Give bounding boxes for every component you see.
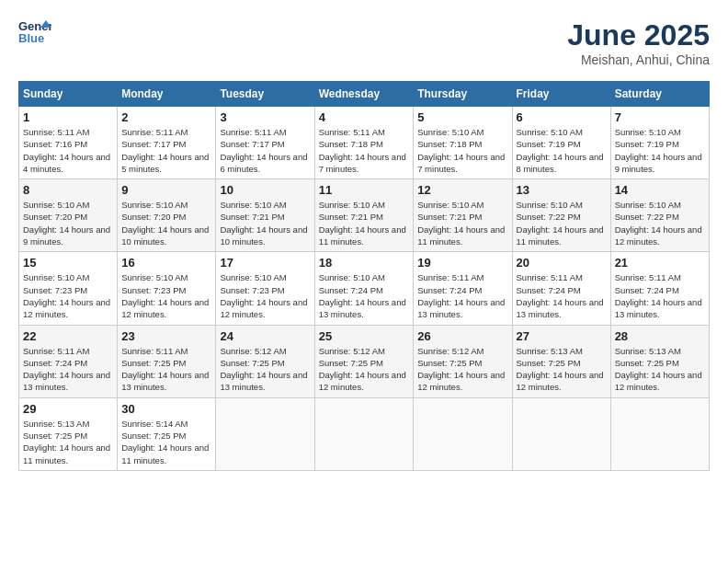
day-cell-1: 1 Sunrise: 5:11 AM Sunset: 7:16 PM Dayli…	[19, 107, 118, 179]
day-cell-15: 15 Sunrise: 5:10 AM Sunset: 7:23 PM Dayl…	[19, 252, 118, 325]
empty-cell	[414, 397, 512, 470]
day-info: Sunrise: 5:10 AM Sunset: 7:22 PM Dayligh…	[517, 199, 607, 247]
day-number: 18	[319, 256, 410, 270]
day-number: 14	[615, 183, 705, 197]
day-cell-16: 16 Sunrise: 5:10 AM Sunset: 7:23 PM Dayl…	[118, 252, 216, 325]
col-saturday: Saturday	[610, 82, 709, 107]
day-number: 21	[615, 256, 705, 270]
day-info: Sunrise: 5:11 AM Sunset: 7:24 PM Dayligh…	[615, 271, 705, 320]
day-cell-6: 6 Sunrise: 5:10 AM Sunset: 7:19 PM Dayli…	[512, 107, 610, 179]
day-info: Sunrise: 5:11 AM Sunset: 7:18 PM Dayligh…	[319, 126, 410, 175]
day-cell-18: 18 Sunrise: 5:10 AM Sunset: 7:24 PM Dayl…	[314, 252, 414, 325]
header-row: Sunday Monday Tuesday Wednesday Thursday…	[19, 82, 710, 107]
day-cell-26: 26 Sunrise: 5:12 AM Sunset: 7:25 PM Dayl…	[414, 325, 512, 397]
day-info: Sunrise: 5:12 AM Sunset: 7:25 PM Dayligh…	[319, 345, 410, 394]
day-cell-28: 28 Sunrise: 5:13 AM Sunset: 7:25 PM Dayl…	[610, 325, 709, 397]
day-number: 6	[517, 110, 607, 124]
day-info: Sunrise: 5:10 AM Sunset: 7:20 PM Dayligh…	[23, 199, 113, 247]
day-cell-4: 4 Sunrise: 5:11 AM Sunset: 7:18 PM Dayli…	[314, 107, 414, 179]
day-cell-3: 3 Sunrise: 5:11 AM Sunset: 7:17 PM Dayli…	[216, 107, 314, 179]
day-number: 7	[615, 110, 705, 124]
col-wednesday: Wednesday	[314, 82, 414, 107]
week-row-3: 15 Sunrise: 5:10 AM Sunset: 7:23 PM Dayl…	[19, 252, 710, 325]
day-info: Sunrise: 5:10 AM Sunset: 7:19 PM Dayligh…	[517, 126, 607, 175]
day-info: Sunrise: 5:10 AM Sunset: 7:21 PM Dayligh…	[220, 199, 310, 247]
day-cell-5: 5 Sunrise: 5:10 AM Sunset: 7:18 PM Dayli…	[414, 107, 512, 179]
day-info: Sunrise: 5:10 AM Sunset: 7:23 PM Dayligh…	[23, 271, 113, 320]
week-row-4: 22 Sunrise: 5:11 AM Sunset: 7:24 PM Dayl…	[19, 325, 710, 397]
day-cell-14: 14 Sunrise: 5:10 AM Sunset: 7:22 PM Dayl…	[610, 179, 709, 252]
day-info: Sunrise: 5:10 AM Sunset: 7:24 PM Dayligh…	[319, 271, 410, 320]
day-info: Sunrise: 5:11 AM Sunset: 7:24 PM Dayligh…	[517, 271, 607, 320]
day-number: 2	[121, 110, 211, 124]
calendar-table: Sunday Monday Tuesday Wednesday Thursday…	[18, 81, 710, 471]
day-info: Sunrise: 5:10 AM Sunset: 7:23 PM Dayligh…	[121, 271, 211, 320]
calendar-title: June 2025	[567, 18, 710, 52]
day-cell-25: 25 Sunrise: 5:12 AM Sunset: 7:25 PM Dayl…	[314, 325, 414, 397]
day-info: Sunrise: 5:10 AM Sunset: 7:22 PM Dayligh…	[615, 199, 705, 247]
day-cell-24: 24 Sunrise: 5:12 AM Sunset: 7:25 PM Dayl…	[216, 325, 314, 397]
day-cell-2: 2 Sunrise: 5:11 AM Sunset: 7:17 PM Dayli…	[118, 107, 216, 179]
day-cell-23: 23 Sunrise: 5:11 AM Sunset: 7:25 PM Dayl…	[118, 325, 216, 397]
day-info: Sunrise: 5:10 AM Sunset: 7:18 PM Dayligh…	[417, 126, 507, 175]
day-number: 10	[220, 183, 310, 197]
day-info: Sunrise: 5:14 AM Sunset: 7:25 PM Dayligh…	[121, 418, 211, 466]
day-info: Sunrise: 5:12 AM Sunset: 7:25 PM Dayligh…	[417, 345, 507, 394]
day-number: 15	[23, 256, 113, 270]
empty-cell	[610, 397, 709, 470]
day-number: 19	[417, 256, 507, 270]
day-cell-30: 30 Sunrise: 5:14 AM Sunset: 7:25 PM Dayl…	[118, 397, 216, 470]
day-cell-17: 17 Sunrise: 5:10 AM Sunset: 7:23 PM Dayl…	[216, 252, 314, 325]
day-number: 30	[121, 402, 211, 416]
logo-icon: General Blue	[18, 18, 51, 44]
col-monday: Monday	[118, 82, 216, 107]
day-cell-27: 27 Sunrise: 5:13 AM Sunset: 7:25 PM Dayl…	[512, 325, 610, 397]
day-cell-10: 10 Sunrise: 5:10 AM Sunset: 7:21 PM Dayl…	[216, 179, 314, 252]
day-number: 25	[319, 329, 410, 343]
day-info: Sunrise: 5:11 AM Sunset: 7:25 PM Dayligh…	[121, 345, 211, 394]
day-number: 29	[23, 402, 113, 416]
day-info: Sunrise: 5:11 AM Sunset: 7:17 PM Dayligh…	[220, 126, 310, 175]
day-number: 8	[23, 183, 113, 197]
week-row-2: 8 Sunrise: 5:10 AM Sunset: 7:20 PM Dayli…	[19, 179, 710, 252]
header: General Blue June 2025 Meishan, Anhui, C…	[18, 18, 710, 67]
day-number: 22	[23, 329, 113, 343]
day-number: 28	[615, 329, 705, 343]
calendar-subtitle: Meishan, Anhui, China	[567, 52, 710, 67]
day-cell-22: 22 Sunrise: 5:11 AM Sunset: 7:24 PM Dayl…	[19, 325, 118, 397]
day-info: Sunrise: 5:13 AM Sunset: 7:25 PM Dayligh…	[517, 345, 607, 394]
week-row-1: 1 Sunrise: 5:11 AM Sunset: 7:16 PM Dayli…	[19, 107, 710, 179]
day-number: 5	[417, 110, 507, 124]
day-info: Sunrise: 5:11 AM Sunset: 7:24 PM Dayligh…	[23, 345, 113, 394]
day-cell-7: 7 Sunrise: 5:10 AM Sunset: 7:19 PM Dayli…	[610, 107, 709, 179]
day-cell-20: 20 Sunrise: 5:11 AM Sunset: 7:24 PM Dayl…	[512, 252, 610, 325]
day-number: 16	[121, 256, 211, 270]
day-info: Sunrise: 5:12 AM Sunset: 7:25 PM Dayligh…	[220, 345, 310, 394]
day-number: 23	[121, 329, 211, 343]
day-info: Sunrise: 5:11 AM Sunset: 7:24 PM Dayligh…	[417, 271, 507, 320]
day-cell-8: 8 Sunrise: 5:10 AM Sunset: 7:20 PM Dayli…	[19, 179, 118, 252]
day-info: Sunrise: 5:10 AM Sunset: 7:20 PM Dayligh…	[121, 199, 211, 247]
day-number: 26	[417, 329, 507, 343]
day-info: Sunrise: 5:10 AM Sunset: 7:21 PM Dayligh…	[319, 199, 410, 247]
day-info: Sunrise: 5:10 AM Sunset: 7:23 PM Dayligh…	[220, 271, 310, 320]
title-area: June 2025 Meishan, Anhui, China	[567, 18, 710, 67]
day-cell-19: 19 Sunrise: 5:11 AM Sunset: 7:24 PM Dayl…	[414, 252, 512, 325]
day-cell-29: 29 Sunrise: 5:13 AM Sunset: 7:25 PM Dayl…	[19, 397, 118, 470]
day-cell-9: 9 Sunrise: 5:10 AM Sunset: 7:20 PM Dayli…	[118, 179, 216, 252]
day-info: Sunrise: 5:10 AM Sunset: 7:21 PM Dayligh…	[417, 199, 507, 247]
day-info: Sunrise: 5:11 AM Sunset: 7:16 PM Dayligh…	[23, 126, 113, 175]
empty-cell	[216, 397, 314, 470]
day-cell-13: 13 Sunrise: 5:10 AM Sunset: 7:22 PM Dayl…	[512, 179, 610, 252]
col-sunday: Sunday	[19, 82, 118, 107]
calendar-body: 1 Sunrise: 5:11 AM Sunset: 7:16 PM Dayli…	[19, 107, 710, 471]
day-number: 12	[417, 183, 507, 197]
logo: General Blue	[18, 18, 51, 44]
day-number: 4	[319, 110, 410, 124]
day-number: 27	[517, 329, 607, 343]
day-number: 20	[517, 256, 607, 270]
day-number: 13	[517, 183, 607, 197]
col-tuesday: Tuesday	[216, 82, 314, 107]
day-number: 11	[319, 183, 410, 197]
day-info: Sunrise: 5:11 AM Sunset: 7:17 PM Dayligh…	[121, 126, 211, 175]
